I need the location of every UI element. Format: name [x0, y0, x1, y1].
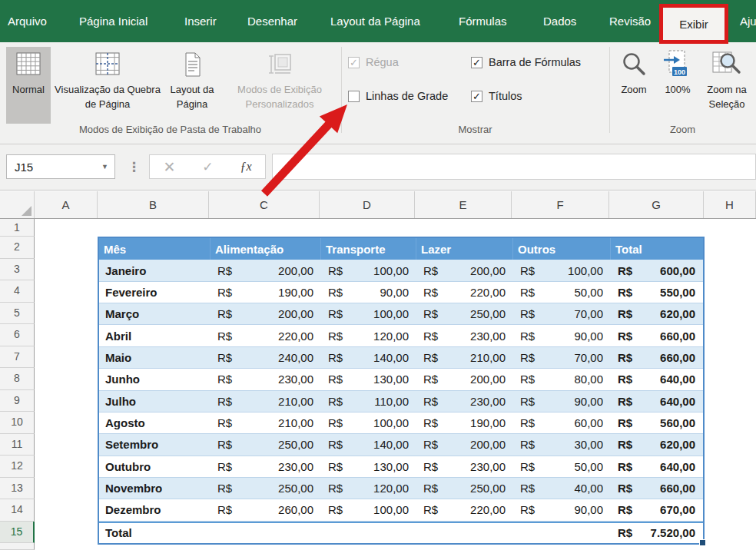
row-header-6[interactable]: 6 [0, 324, 35, 346]
row-header-11[interactable]: 11 [0, 434, 35, 456]
table-cell[interactable]: R$230,00 [416, 391, 513, 412]
checkbox-box[interactable]: ✓ [471, 91, 482, 102]
table-cell[interactable]: R$190,00 [211, 282, 321, 303]
table-cell[interactable]: R$60,00 [513, 412, 611, 434]
tab-arquivo[interactable]: Arquivo [8, 0, 47, 42]
tab-layout-da-pagina[interactable]: Layout da Página [330, 0, 420, 42]
table-cell[interactable]: R$120,00 [321, 478, 416, 499]
row-header-16[interactable]: 16 [0, 543, 35, 550]
column-header-g[interactable]: G [609, 191, 704, 218]
row-header-4[interactable]: 4 [0, 280, 35, 303]
tab-exibir[interactable]: Exibir [659, 4, 728, 44]
table-cell[interactable] [513, 522, 611, 543]
table-cell[interactable]: R$250,00 [416, 303, 513, 325]
page-break-preview-button[interactable]: Visualização da Quebra de Página [54, 47, 161, 124]
row-header-10[interactable]: 10 [0, 412, 35, 434]
checkbox-box[interactable] [348, 91, 360, 102]
row-header-13[interactable]: 13 [0, 478, 35, 500]
row-header-9[interactable]: 9 [0, 390, 35, 412]
table-cell[interactable]: R$100,00 [321, 260, 416, 281]
column-header-b[interactable]: B [98, 191, 209, 218]
table-header-total[interactable]: Total [611, 238, 703, 260]
table-cell[interactable]: R$260,00 [211, 499, 321, 521]
total-row-label[interactable]: Total [99, 522, 211, 543]
month-cell-outubro[interactable]: Outubro [99, 456, 211, 478]
table-cell[interactable]: R$640,00 [611, 391, 703, 412]
table-cell[interactable]: R$220,00 [416, 499, 513, 521]
checkbox-barra-de-formulas[interactable]: ✓Barra de Fórmulas [471, 56, 581, 68]
table-cell[interactable]: R$560,00 [611, 412, 703, 434]
table-cell[interactable] [321, 522, 416, 543]
table-cell[interactable]: R$40,00 [513, 478, 611, 499]
table-header-outros[interactable]: Outros [513, 238, 611, 260]
row-header-12[interactable]: 12 [0, 456, 35, 478]
table-cell[interactable]: R$550,00 [611, 282, 703, 303]
table-cell[interactable]: R$80,00 [513, 369, 611, 390]
table-cell[interactable]: R$120,00 [321, 325, 416, 346]
table-header-mes[interactable]: Mês [99, 238, 211, 260]
column-header-f[interactable]: F [512, 191, 609, 218]
column-header-h[interactable]: H [704, 191, 756, 218]
table-cell[interactable]: R$670,00 [611, 499, 703, 521]
table-cell[interactable]: R$230,00 [416, 456, 513, 478]
month-cell-maio[interactable]: Maio [99, 347, 211, 369]
name-box[interactable]: J15 ▼ [6, 154, 115, 179]
table-cell[interactable]: R$100,00 [321, 499, 416, 521]
table-cell[interactable]: R$70,00 [513, 347, 611, 369]
table-cell[interactable]: R$210,00 [416, 347, 513, 369]
table-cell[interactable]: R$660,00 [611, 325, 703, 346]
zoom-to-selection-button[interactable]: Zoom na Seleção [698, 47, 756, 124]
table-cell[interactable]: R$230,00 [211, 369, 321, 390]
checkbox-titulos[interactable]: ✓Títulos [471, 90, 522, 102]
fill-handle[interactable] [699, 539, 706, 546]
table-cell[interactable]: R$620,00 [611, 434, 703, 456]
table-cell[interactable]: R$50,00 [513, 456, 611, 478]
row-header-1[interactable]: 1 [0, 219, 35, 237]
column-header-d[interactable]: D [320, 191, 415, 218]
table-cell[interactable]: R$200,00 [416, 260, 513, 281]
table-cell[interactable]: R$620,00 [611, 303, 703, 325]
table-cell[interactable]: R$100,00 [321, 412, 416, 434]
table-cell[interactable]: R$660,00 [611, 478, 703, 499]
table-cell[interactable]: R$220,00 [416, 282, 513, 303]
tab-revisao[interactable]: Revisão [609, 0, 651, 42]
table-cell[interactable]: R$600,00 [611, 260, 703, 281]
table-cell[interactable]: R$200,00 [416, 434, 513, 456]
table-cell[interactable]: R$640,00 [611, 369, 703, 390]
month-cell-marco[interactable]: Março [99, 303, 211, 325]
row-header-15[interactable]: 15 [0, 522, 35, 544]
month-cell-novembro[interactable]: Novembro [99, 478, 211, 499]
table-cell[interactable]: R$140,00 [321, 434, 416, 456]
table-cell[interactable]: R$200,00 [211, 303, 321, 325]
column-header-e[interactable]: E [415, 191, 512, 218]
table-cell[interactable] [211, 522, 321, 543]
formula-input[interactable] [272, 154, 756, 180]
table-cell[interactable]: R$190,00 [416, 412, 513, 434]
table-cell[interactable]: R$640,00 [611, 456, 703, 478]
row-header-2[interactable]: 2 [0, 237, 35, 259]
page-layout-button[interactable]: Layout da Página [163, 47, 221, 124]
table-cell[interactable]: R$230,00 [416, 325, 513, 346]
row-header-14[interactable]: 14 [0, 499, 35, 522]
select-all-corner[interactable] [0, 191, 35, 218]
name-box-dropdown-icon[interactable]: ▼ [101, 163, 108, 171]
table-cell[interactable]: R$210,00 [211, 391, 321, 412]
table-cell[interactable]: R$70,00 [513, 303, 611, 325]
table-header-lazer[interactable]: Lazer [416, 238, 513, 260]
month-cell-setembro[interactable]: Setembro [99, 434, 211, 456]
table-cell[interactable]: R$230,00 [211, 456, 321, 478]
row-header-7[interactable]: 7 [0, 346, 35, 369]
table-cell[interactable]: R$140,00 [321, 347, 416, 369]
month-cell-fevereiro[interactable]: Fevereiro [99, 282, 211, 303]
table-cell[interactable]: R$200,00 [211, 260, 321, 281]
table-cell[interactable]: R$90,00 [513, 325, 611, 346]
table-cell[interactable]: R$30,00 [513, 434, 611, 456]
table-cell[interactable]: R$130,00 [321, 369, 416, 390]
month-cell-abril[interactable]: Abril [99, 325, 211, 346]
month-cell-dezembro[interactable]: Dezembro [99, 499, 211, 521]
row-header-8[interactable]: 8 [0, 368, 35, 390]
row-header-3[interactable]: 3 [0, 259, 35, 281]
table-cell[interactable]: R$660,00 [611, 347, 703, 369]
month-cell-junho[interactable]: Junho [99, 369, 211, 390]
normal-view-button[interactable]: Normal [6, 47, 51, 124]
